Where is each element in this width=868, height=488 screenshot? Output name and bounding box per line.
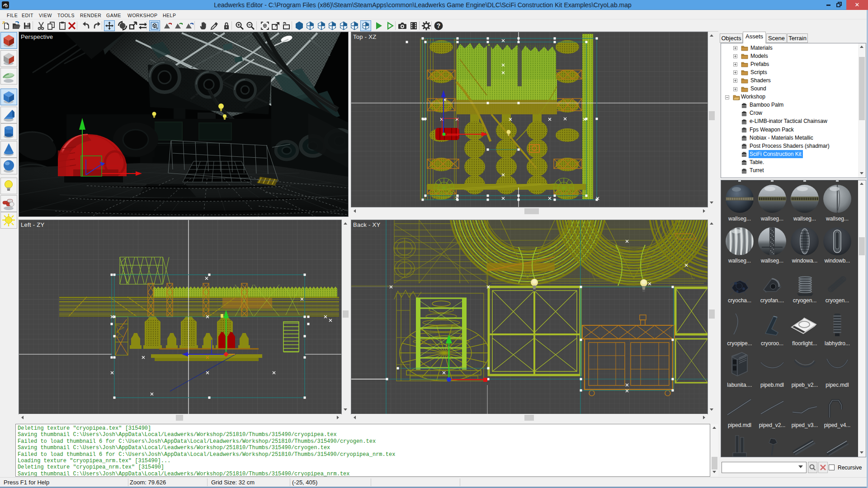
svg-text:?: ? [437, 22, 441, 29]
